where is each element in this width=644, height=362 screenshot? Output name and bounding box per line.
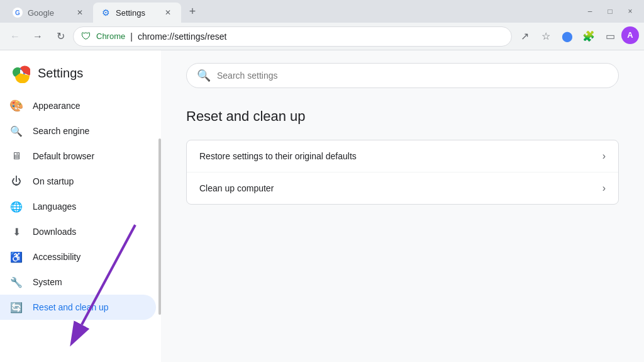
profile-button[interactable]: A [621, 26, 639, 44]
tab-settings-label: Settings [116, 8, 145, 18]
search-bar[interactable]: 🔍 [186, 63, 619, 88]
restore-settings-label: Restore settings to their original defau… [199, 151, 357, 161]
extensions-button[interactable]: 🧩 [579, 26, 599, 47]
default-browser-icon: 🖥 [10, 150, 23, 162]
sidebar-label-on-startup: On startup [33, 176, 74, 186]
sidebar-toggle[interactable]: ▭ [600, 26, 620, 47]
sidebar-item-accessibility[interactable]: ♿ Accessibility [0, 244, 156, 269]
address-scheme: Chrome [96, 31, 125, 41]
reset-icon: 🔄 [10, 301, 23, 314]
cleanup-computer-label: Clean up computer [199, 183, 274, 193]
languages-icon: 🌐 [10, 200, 23, 213]
sidebar-item-languages[interactable]: 🌐 Languages [0, 194, 156, 219]
settings-favicon: ⚙ [101, 8, 111, 18]
sidebar-item-default-browser[interactable]: 🖥 Default browser [0, 144, 156, 169]
address-url: chrome://settings/reset [138, 31, 227, 42]
address-bar[interactable]: 🛡 Chrome | chrome://settings/reset [73, 26, 512, 47]
cleanup-computer-arrow: › [602, 183, 606, 194]
minimize-button[interactable]: – [581, 3, 599, 20]
nav-actions: ↗ ☆ ⬤ 🧩 ▭ A [514, 26, 639, 47]
sidebar-item-downloads[interactable]: ⬇ Downloads [0, 219, 156, 244]
appearance-icon: 🎨 [10, 99, 23, 112]
close-button[interactable]: × [621, 3, 639, 20]
sidebar-header: Settings [0, 55, 161, 93]
tab-google-label: Google [28, 8, 54, 18]
title-bar: G Google ✕ ⚙ Settings ✕ + – □ × [0, 0, 644, 23]
on-startup-icon: ⏻ [10, 175, 23, 188]
sidebar-title: Settings [38, 66, 83, 81]
sidebar-item-appearance[interactable]: 🎨 Appearance [0, 93, 156, 118]
search-icon: 🔍 [197, 69, 211, 82]
sidebar-label-reset: Reset and clean up [33, 302, 109, 312]
chrome-icon-btn[interactable]: ⬤ [557, 26, 577, 47]
system-icon: 🔧 [10, 276, 23, 288]
back-button[interactable]: ← [5, 26, 25, 47]
sidebar-item-on-startup[interactable]: ⏻ On startup [0, 169, 156, 194]
maximize-button[interactable]: □ [601, 3, 619, 20]
downloads-icon: ⬇ [10, 225, 23, 238]
forward-button[interactable]: → [28, 26, 48, 47]
sidebar-label-appearance: Appearance [33, 101, 80, 111]
sidebar-label-system: System [33, 277, 62, 287]
sidebar-label-languages: Languages [33, 201, 76, 212]
window-controls: – □ × [581, 3, 639, 20]
tab-settings[interactable]: ⚙ Settings ✕ [93, 3, 181, 23]
sidebar-label-default-browser: Default browser [33, 151, 94, 161]
shield-icon: 🛡 [81, 31, 91, 42]
search-engine-icon: 🔍 [10, 125, 23, 137]
chrome-logo [10, 63, 30, 83]
content-area: 🔍 Reset and clean up Restore settings to… [161, 50, 644, 362]
scrollbar-thumb[interactable] [158, 139, 161, 315]
google-favicon: G [13, 8, 23, 18]
sidebar-item-system[interactable]: 🔧 System [0, 269, 156, 295]
nav-bar: ← → ↻ 🛡 Chrome | chrome://settings/reset… [0, 23, 644, 50]
bookmark-button[interactable]: ☆ [536, 26, 556, 47]
search-input[interactable] [217, 71, 608, 81]
tab-google-close[interactable]: ✕ [74, 7, 86, 18]
restore-settings-arrow: › [602, 150, 606, 162]
sidebar-item-search[interactable]: 🔍 Search engine [0, 118, 156, 144]
main-content: Settings 🎨 Appearance 🔍 Search engine 🖥 … [0, 50, 644, 362]
restore-settings-item[interactable]: Restore settings to their original defau… [187, 140, 618, 173]
sidebar: Settings 🎨 Appearance 🔍 Search engine 🖥 … [0, 50, 161, 325]
page-title: Reset and clean up [186, 108, 619, 125]
reload-button[interactable]: ↻ [50, 26, 70, 47]
settings-card: Restore settings to their original defau… [186, 140, 619, 205]
tab-settings-close[interactable]: ✕ [162, 7, 174, 18]
accessibility-icon: ♿ [10, 251, 23, 263]
sidebar-label-downloads: Downloads [33, 227, 76, 237]
browser-frame: G Google ✕ ⚙ Settings ✕ + – □ × ← → ↻ 🛡 … [0, 0, 644, 362]
cleanup-computer-item[interactable]: Clean up computer › [187, 173, 618, 204]
sidebar-item-reset[interactable]: 🔄 Reset and clean up [0, 295, 156, 320]
tab-google[interactable]: G Google ✕ [5, 3, 93, 23]
share-button[interactable]: ↗ [514, 26, 535, 47]
new-tab-button[interactable]: + [184, 3, 201, 20]
sidebar-label-accessibility: Accessibility [33, 252, 80, 262]
sidebar-label-search: Search engine [33, 126, 89, 136]
address-separator: | [130, 31, 133, 42]
